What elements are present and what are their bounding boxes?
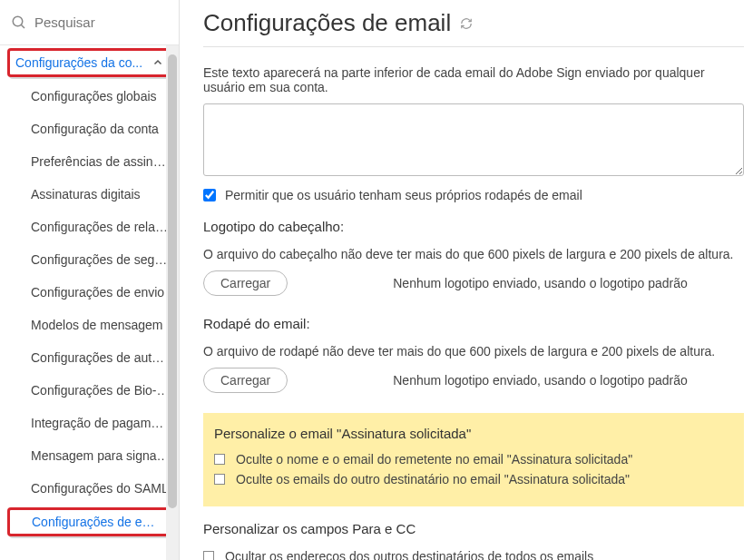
nav-item-label: Preferências de assinatura bbox=[31, 154, 170, 169]
nav-item-label: Mensagem para signatário bbox=[31, 448, 170, 463]
nav-item-label: Configurações do SAML bbox=[31, 481, 169, 496]
footer-logo-note: O arquivo de rodapé não deve ter mais do… bbox=[203, 344, 744, 359]
nav-item-digital-sigs[interactable]: Assinaturas digitais bbox=[0, 178, 179, 211]
nav-item-label: Configurações globais bbox=[31, 89, 157, 103]
search-row bbox=[0, 0, 179, 45]
refresh-icon[interactable] bbox=[460, 17, 473, 30]
page-title-row: Configurações de email bbox=[203, 9, 744, 47]
sidebar-scrollbar[interactable] bbox=[166, 45, 179, 560]
nav-item-label: Configuração da conta bbox=[31, 122, 159, 136]
hide-all-recipients-label: Ocultar os endereços dos outros destinat… bbox=[225, 549, 593, 560]
hide-other-recipient-row[interactable]: Oculte os emails do outro destinatário n… bbox=[214, 472, 733, 486]
nav-item-report-settings[interactable]: Configurações de relatório bbox=[0, 211, 179, 243]
hide-other-recipient-label: Oculte os emails do outro destinatário n… bbox=[236, 472, 630, 486]
footer-logo-status: Nenhum logotipo enviado, usando o logoti… bbox=[393, 373, 688, 388]
svg-line-1 bbox=[21, 25, 24, 28]
header-logo-upload-row: Carregar Nenhum logotipo enviado, usando… bbox=[203, 270, 744, 296]
header-logo-status: Nenhum logotipo enviado, usando o logoti… bbox=[393, 276, 688, 290]
nav-item-saml-settings[interactable]: Configurações do SAML bbox=[0, 472, 179, 505]
nav-item-label: Configurações de envio bbox=[31, 285, 164, 300]
nav-section-account-settings[interactable]: Configurações da co... bbox=[7, 48, 171, 77]
nav-item-biopharma-settings[interactable]: Configurações de Bio-Ph... bbox=[0, 374, 179, 407]
header-logo-heading: Logotipo do cabeçalho: bbox=[203, 219, 744, 234]
header-logo-upload-button[interactable]: Carregar bbox=[203, 270, 288, 296]
signature-requested-panel: Personalize o email "Assinatura solicita… bbox=[203, 413, 744, 506]
hide-other-recipient-checkbox[interactable] bbox=[214, 474, 225, 485]
nav-item-label: Configurações de segura... bbox=[31, 252, 170, 267]
footer-logo-heading: Rodapé do email: bbox=[203, 316, 744, 331]
allow-user-footers-checkbox[interactable] bbox=[203, 189, 216, 201]
search-icon bbox=[11, 15, 27, 31]
nav-item-send-settings[interactable]: Configurações de envio bbox=[0, 276, 179, 309]
sig-requested-heading: Personalize o email "Assinatura solicita… bbox=[214, 426, 733, 441]
sidebar-scrollbar-thumb[interactable] bbox=[168, 54, 177, 508]
hide-sender-checkbox[interactable] bbox=[214, 454, 225, 465]
hide-sender-label: Oculte o nome e o email do remetente no … bbox=[236, 452, 632, 467]
nav-item-security-settings[interactable]: Configurações de segura... bbox=[0, 243, 179, 276]
email-footer-textarea[interactable] bbox=[203, 103, 744, 176]
footer-logo-upload-button[interactable]: Carregar bbox=[203, 368, 288, 393]
nav-item-label: Configurações de email bbox=[32, 515, 163, 529]
page-title: Configurações de email bbox=[203, 9, 451, 37]
hide-sender-row[interactable]: Oculte o nome e o email do remetente no … bbox=[214, 452, 733, 467]
main-content: Configurações de email Este texto aparec… bbox=[180, 0, 753, 560]
nav-item-label: Modelos de mensagem bbox=[31, 318, 163, 332]
hide-all-recipients-checkbox[interactable] bbox=[203, 551, 214, 560]
chevron-up-icon bbox=[152, 57, 163, 68]
nav-section-label: Configurações da co... bbox=[15, 55, 142, 70]
nav-item-label: Configurações de relatório bbox=[31, 220, 170, 234]
to-cc-heading: Personalizar os campos Para e CC bbox=[203, 521, 744, 536]
nav-list: Configurações da co... Configurações glo… bbox=[0, 45, 179, 560]
nav-item-global-settings[interactable]: Configurações globais bbox=[0, 80, 179, 113]
nav-item-auth-settings[interactable]: Configurações de autenti... bbox=[0, 341, 179, 374]
hide-all-recipients-row[interactable]: Ocultar os endereços dos outros destinat… bbox=[203, 549, 744, 560]
nav-item-label: Configurações de autenti... bbox=[31, 350, 170, 365]
nav-item-signer-message[interactable]: Mensagem para signatário bbox=[0, 439, 179, 472]
nav-item-account-config[interactable]: Configuração da conta bbox=[0, 113, 179, 145]
nav-item-label: Integração de pagamento bbox=[31, 416, 170, 430]
allow-user-footers-row[interactable]: Permitir que os usuário tenham seus próp… bbox=[203, 188, 744, 202]
header-logo-note: O arquivo do cabeçalho não deve ter mais… bbox=[203, 247, 744, 261]
search-input[interactable] bbox=[34, 15, 168, 30]
nav-item-message-templates[interactable]: Modelos de mensagem bbox=[0, 309, 179, 341]
nav-item-label: Configurações de Bio-Ph... bbox=[31, 383, 170, 398]
svg-point-0 bbox=[13, 16, 23, 26]
footer-logo-upload-row: Carregar Nenhum logotipo enviado, usando… bbox=[203, 368, 744, 393]
sidebar: Configurações da co... Configurações glo… bbox=[0, 0, 180, 560]
nav-item-email-settings[interactable]: Configurações de email bbox=[7, 507, 171, 536]
nav-item-payment-integration[interactable]: Integração de pagamento bbox=[0, 407, 179, 439]
allow-user-footers-label: Permitir que os usuário tenham seus próp… bbox=[225, 188, 582, 202]
nav-item-sign-prefs[interactable]: Preferências de assinatura bbox=[0, 145, 179, 178]
nav-item-label: Assinaturas digitais bbox=[31, 187, 141, 201]
intro-text: Este texto aparecerá na parte inferior d… bbox=[203, 65, 744, 94]
